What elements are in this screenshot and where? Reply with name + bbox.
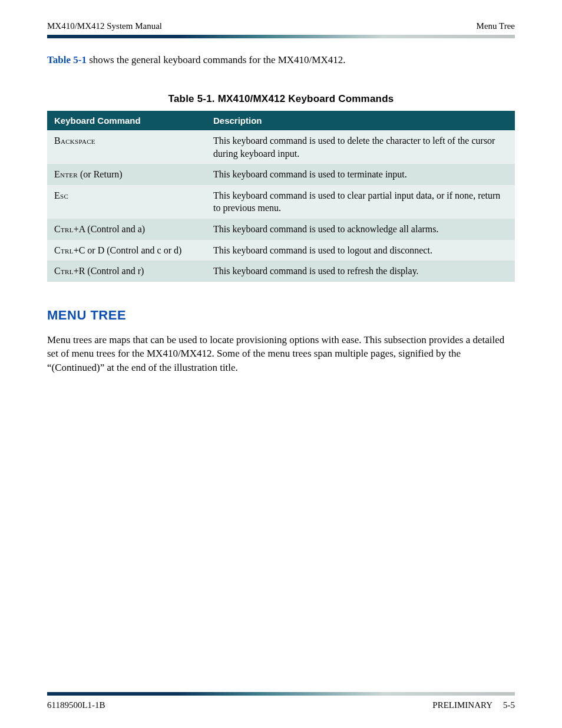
table-header-row: Keyboard Command Description: [47, 111, 515, 130]
running-header: MX410/MX412 System Manual Menu Tree: [47, 21, 515, 31]
header-left: MX410/MX412 System Manual: [47, 21, 162, 31]
header-rule: [47, 35, 515, 38]
table-row: Ctrl+A (Control and a) This keyboard com…: [47, 219, 515, 240]
cell-description: This keyboard command is used to acknowl…: [206, 219, 515, 240]
cell-command: Ctrl+C or D (Control and c or d): [47, 240, 206, 261]
cell-description: This keyboard command is used to refresh…: [206, 261, 515, 282]
footer-row: 61189500L1-1B PRELIMINARY5-5: [47, 700, 515, 710]
header-right: Menu Tree: [477, 21, 515, 31]
cell-command: Ctrl+A (Control and a): [47, 219, 206, 240]
cell-description: This keyboard command is used to clear p…: [206, 185, 515, 219]
cell-command: Ctrl+R (Control and r): [47, 261, 206, 282]
table-header-command: Keyboard Command: [47, 111, 206, 130]
table-row: Enter (or Return) This keyboard command …: [47, 164, 515, 185]
cell-command: Enter (or Return): [47, 164, 206, 185]
footer-rule: [47, 692, 515, 696]
table-header-description: Description: [206, 111, 515, 130]
cell-description: This keyboard command is used to logout …: [206, 240, 515, 261]
table-row: Backspace This keyboard command is used …: [47, 130, 515, 164]
footer-status: PRELIMINARY: [432, 700, 492, 710]
cell-command: Esc: [47, 185, 206, 219]
footer-page-number: 5-5: [503, 700, 515, 710]
section-paragraph: Menu trees are maps that can be used to …: [47, 333, 515, 375]
table-reference-link[interactable]: Table 5-1: [47, 54, 87, 65]
cell-description: This keyboard command is used to termina…: [206, 164, 515, 185]
keyboard-commands-table: Keyboard Command Description Backspace T…: [47, 111, 515, 282]
section-heading: MENU TREE: [47, 308, 515, 323]
table-row: Ctrl+C or D (Control and c or d) This ke…: [47, 240, 515, 261]
document-page: MX410/MX412 System Manual Menu Tree Tabl…: [0, 0, 562, 728]
page-footer: 61189500L1-1B PRELIMINARY5-5: [47, 692, 515, 710]
cell-description: This keyboard command is used to delete …: [206, 130, 515, 164]
table-row: Ctrl+R (Control and r) This keyboard com…: [47, 261, 515, 282]
footer-doc-number: 61189500L1-1B: [47, 700, 105, 710]
table-row: Esc This keyboard command is used to cle…: [47, 185, 515, 219]
footer-right: PRELIMINARY5-5: [432, 700, 515, 710]
table-caption: Table 5-1. MX410/MX412 Keyboard Commands: [47, 93, 515, 105]
intro-text: shows the general keyboard commands for …: [87, 54, 346, 65]
intro-paragraph: Table 5-1 shows the general keyboard com…: [47, 54, 515, 67]
cell-command: Backspace: [47, 130, 206, 164]
